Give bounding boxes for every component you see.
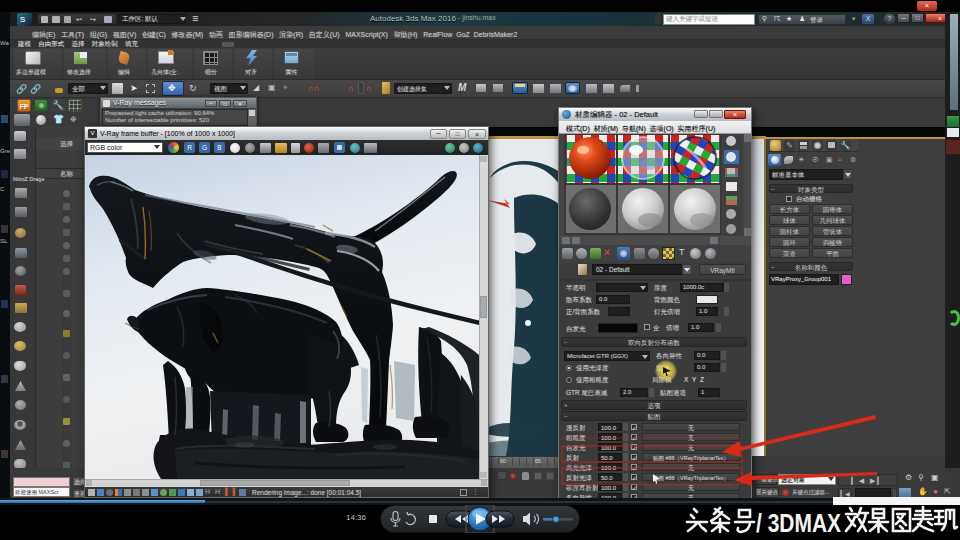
- svg-text:/ 3DMAX: / 3DMAX: [756, 508, 842, 538]
